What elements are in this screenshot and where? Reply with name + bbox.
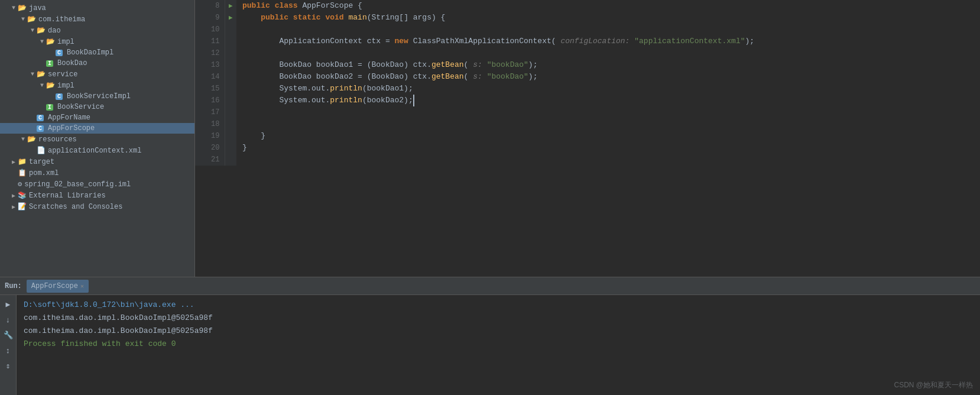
tree-label-extlibs: External Libraries bbox=[29, 192, 194, 200]
editor-line-12: 12 bbox=[195, 47, 980, 59]
sidebar-item-dao[interactable]: ▼📂dao bbox=[0, 25, 194, 36]
code-line-content: System.out.println(bookDao2); bbox=[236, 95, 980, 106]
gutter-col bbox=[225, 59, 236, 71]
sidebar-item-extlibs[interactable]: ▶📚External Libraries bbox=[0, 190, 194, 201]
sidebar-item-pom[interactable]: 📋pom.xml bbox=[0, 167, 194, 179]
tree-label-BookDao: BookDao bbox=[57, 59, 194, 67]
gutter-col: ▶ bbox=[225, 12, 236, 24]
tree-arrow-target: ▶ bbox=[9, 158, 18, 166]
run-tab-close-icon[interactable]: ✕ bbox=[80, 283, 84, 290]
editor-line-16: 16 System.out.println(bookDao2); bbox=[195, 95, 980, 106]
editor-line-14: 14 BookDao bookDao2 = (BookDao) ctx.getB… bbox=[195, 71, 980, 83]
sidebar-item-impl-service[interactable]: ▼📂impl bbox=[0, 80, 194, 91]
sidebar-item-java[interactable]: ▼📂java bbox=[0, 2, 194, 14]
tree-arrow-impl-dao: ▼ bbox=[38, 38, 46, 45]
scratch-icon: 📝 bbox=[18, 202, 27, 211]
sidebar-item-spring02[interactable]: ⚙spring_02_base_config.iml bbox=[0, 179, 194, 190]
class-icon: C bbox=[37, 124, 46, 132]
code-line-content bbox=[236, 47, 980, 59]
sidebar-item-resources[interactable]: ▼📂resources bbox=[0, 134, 194, 145]
sidebar-item-BookServiceImpl[interactable]: CBookServiceImpl bbox=[0, 91, 194, 102]
run-play-button[interactable]: ▶ bbox=[2, 299, 14, 310]
line-number: 16 bbox=[195, 95, 225, 106]
code-line-content: BookDao bookDao1 = (BookDao) ctx.getBean… bbox=[236, 59, 980, 71]
tree-label-resources: resources bbox=[38, 135, 194, 144]
tree-label-pom: pom.xml bbox=[29, 169, 194, 177]
sidebar-item-com.itheima[interactable]: ▼📂com.itheima bbox=[0, 14, 194, 25]
line-number: 17 bbox=[195, 106, 225, 118]
editor-line-10: 10 bbox=[195, 24, 980, 35]
line-number: 11 bbox=[195, 35, 225, 47]
editor-line-8: 8▶public class AppForScope { bbox=[195, 0, 980, 12]
run-settings-button[interactable]: 🔧 bbox=[2, 329, 14, 341]
folder-icon: 📂 bbox=[18, 4, 27, 12]
tree-label-impl-service: impl bbox=[57, 82, 194, 90]
editor-line-20: 20} bbox=[195, 142, 980, 154]
folder-icon: 📂 bbox=[37, 70, 46, 79]
code-line-content: System.out.println(bookDao1); bbox=[236, 83, 980, 95]
line-number: 14 bbox=[195, 71, 225, 83]
run-stop-button[interactable]: ↓ bbox=[2, 314, 14, 326]
code-line-content bbox=[236, 106, 980, 118]
line-number: 10 bbox=[195, 24, 225, 35]
tree-label-spring02: spring_02_base_config.iml bbox=[24, 180, 194, 189]
tree-arrow-resources: ▼ bbox=[19, 136, 27, 143]
sidebar-item-BookService[interactable]: IBookService bbox=[0, 102, 194, 112]
tree-label-AppForScope: AppForScope bbox=[48, 124, 194, 132]
gutter-col bbox=[225, 142, 236, 154]
tree-arrow-extlibs: ▶ bbox=[9, 192, 18, 199]
watermark: CSDN @她和夏天一样热 bbox=[894, 380, 973, 390]
gutter-col bbox=[225, 47, 236, 59]
code-editor[interactable]: 8▶public class AppForScope {9▶ public st… bbox=[195, 0, 980, 277]
gutter-col bbox=[225, 35, 236, 47]
tree-arrow-scratches: ▶ bbox=[9, 203, 18, 211]
tree-label-java: java bbox=[29, 4, 194, 12]
line-number: 9 bbox=[195, 12, 225, 24]
run-gutter-icon[interactable]: ▶ bbox=[229, 14, 233, 21]
folder-icon: 📂 bbox=[27, 135, 36, 144]
code-line-content: BookDao bookDao2 = (BookDao) ctx.getBean… bbox=[236, 71, 980, 83]
sidebar-item-AppForScope[interactable]: CAppForScope bbox=[0, 123, 194, 134]
sidebar-item-AppForName[interactable]: CAppForName bbox=[0, 112, 194, 123]
gutter-col bbox=[225, 24, 236, 35]
editor-line-19: 19 } bbox=[195, 130, 980, 142]
folder-icon: 📂 bbox=[37, 26, 46, 35]
tree-label-com.itheima: com.itheima bbox=[38, 15, 194, 24]
line-number: 12 bbox=[195, 47, 225, 59]
code-table: 8▶public class AppForScope {9▶ public st… bbox=[195, 0, 980, 166]
sidebar-item-impl-dao[interactable]: ▼📂impl bbox=[0, 36, 194, 47]
editor-line-13: 13 BookDao bookDao1 = (BookDao) ctx.getB… bbox=[195, 59, 980, 71]
gutter-col bbox=[225, 154, 236, 166]
sidebar-item-target[interactable]: ▶📁target bbox=[0, 156, 194, 167]
run-path-text: D:\soft\jdk1.8.0_172\bin\java.exe ... bbox=[24, 300, 194, 309]
sidebar-item-service[interactable]: ▼📂service bbox=[0, 69, 194, 80]
tree-label-BookDaoImpl: BookDaoImpl bbox=[67, 48, 194, 57]
sidebar-item-scratches[interactable]: ▶📝Scratches and Consoles bbox=[0, 201, 194, 212]
tree-label-BookService: BookService bbox=[57, 103, 194, 111]
folder-icon: 📂 bbox=[46, 37, 55, 46]
run-gutter-icon[interactable]: ▶ bbox=[229, 2, 233, 9]
code-line-content: public class AppForScope { bbox=[236, 0, 980, 12]
line-number: 19 bbox=[195, 130, 225, 142]
editor-line-15: 15 System.out.println(bookDao1); bbox=[195, 83, 980, 95]
sidebar-item-BookDao[interactable]: IBookDao bbox=[0, 58, 194, 69]
tree-arrow-service: ▼ bbox=[28, 71, 37, 77]
run-wrap-button[interactable]: ⇕ bbox=[2, 360, 14, 372]
gutter-col bbox=[225, 118, 236, 130]
sidebar-item-applicationContext[interactable]: 📄applicationContext.xml bbox=[0, 145, 194, 156]
xml-icon: 📄 bbox=[37, 146, 46, 155]
editor-line-9: 9▶ public static void main(String[] args… bbox=[195, 12, 980, 24]
gutter-col bbox=[225, 95, 236, 106]
gutter-col bbox=[225, 130, 236, 142]
code-line-content bbox=[236, 154, 980, 166]
tree-label-impl-dao: impl bbox=[57, 38, 194, 46]
line-number: 13 bbox=[195, 59, 225, 71]
sidebar-item-BookDaoImpl[interactable]: CBookDaoImpl bbox=[0, 47, 194, 58]
tree-label-scratches: Scratches and Consoles bbox=[29, 203, 194, 211]
run-scroll-button[interactable]: ↕ bbox=[2, 345, 14, 357]
iml-icon: ⚙ bbox=[18, 180, 22, 189]
run-tab[interactable]: AppForScope ✕ bbox=[27, 280, 89, 293]
interface-icon: I bbox=[46, 103, 55, 111]
line-number: 21 bbox=[195, 154, 225, 166]
class-icon: C bbox=[56, 92, 64, 101]
